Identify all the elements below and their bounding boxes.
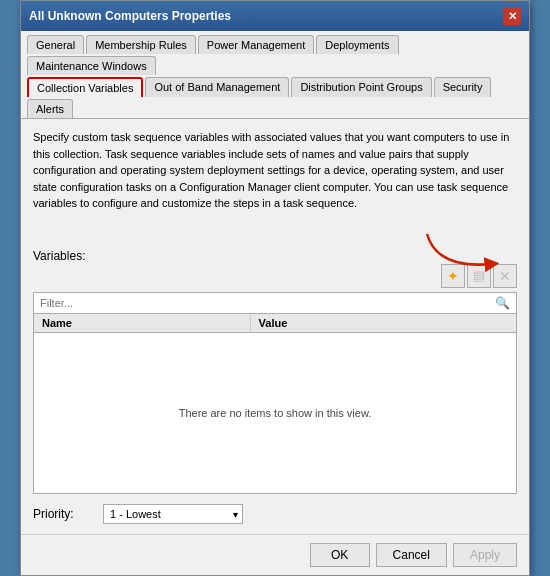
title-bar: All Unknown Computers Properties ✕ [21,1,529,31]
tab-collection-variables[interactable]: Collection Variables [27,77,143,97]
tab-row-2: Collection Variables Out of Band Managem… [27,77,523,118]
priority-select-wrapper: 1 - Lowest 2 - Low 3 - Medium 4 - High 5… [103,504,243,524]
priority-select[interactable]: 1 - Lowest 2 - Low 3 - Medium 4 - High 5… [103,504,243,524]
variables-section: Variables: [33,224,517,494]
col-value: Value [251,314,516,332]
filter-input[interactable] [40,297,463,309]
variables-label: Variables: [33,249,85,263]
content-area: Specify custom task sequence variables w… [21,119,529,534]
footer: OK Cancel Apply [21,534,529,575]
priority-row: Priority: 1 - Lowest 2 - Low 3 - Medium … [33,504,517,524]
filter-box: 🔍 [33,292,517,314]
tab-membership-rules[interactable]: Membership Rules [86,35,196,54]
tab-container: General Membership Rules Power Managemen… [21,31,529,119]
variables-header: Variables: [33,224,517,288]
dialog: All Unknown Computers Properties ✕ Gener… [20,0,530,576]
cancel-button[interactable]: Cancel [376,543,447,567]
tab-maintenance-windows[interactable]: Maintenance Windows [27,56,156,75]
priority-label: Priority: [33,507,93,521]
tab-general[interactable]: General [27,35,84,54]
variables-table: Name Value There are no items to show in… [33,314,517,494]
ok-button[interactable]: OK [310,543,370,567]
tab-distribution-point-groups[interactable]: Distribution Point Groups [291,77,431,97]
arrow-hint [417,224,517,274]
dialog-title: All Unknown Computers Properties [29,9,231,23]
description-text: Specify custom task sequence variables w… [33,129,517,212]
tab-row-1: General Membership Rules Power Managemen… [27,35,523,75]
tab-deployments[interactable]: Deployments [316,35,398,54]
tab-power-management[interactable]: Power Management [198,35,314,54]
table-header: Name Value [34,314,516,333]
col-name: Name [34,314,251,332]
close-button[interactable]: ✕ [503,7,521,25]
tab-security[interactable]: Security [434,77,492,97]
apply-button[interactable]: Apply [453,543,517,567]
search-icon: 🔍 [495,296,510,310]
tab-out-of-band[interactable]: Out of Band Management [145,77,289,97]
tab-alerts[interactable]: Alerts [27,99,73,118]
table-body-empty: There are no items to show in this view. [34,333,516,493]
empty-message: There are no items to show in this view. [179,407,372,419]
